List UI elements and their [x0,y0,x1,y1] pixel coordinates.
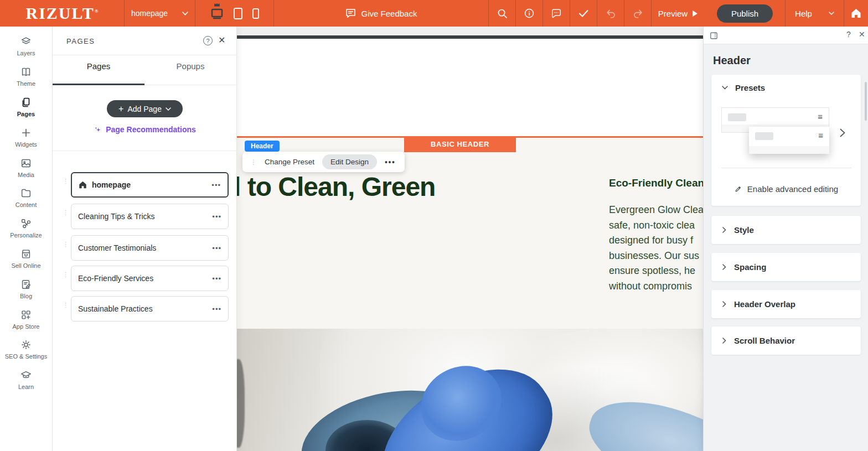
publish-button[interactable]: Publish [717,4,773,23]
header-settings-panel: ? ✕ Header Presets ≡ ≡ Enable advanced e… [703,27,868,451]
sidebar-item-layers[interactable]: Layers [0,31,53,61]
drag-handle[interactable]: ⋮ [63,304,67,306]
hero-heading[interactable]: l to Clean, Green [234,172,435,202]
page-selector-dropdown[interactable]: homepage [124,0,195,27]
media-icon [20,157,32,169]
undo-button[interactable] [597,0,624,27]
preset-logo-placeholder [728,113,746,121]
search-button[interactable] [488,0,515,27]
help-menu[interactable]: Help [785,0,844,27]
give-feedback-label: Give Feedback [361,9,417,18]
sidebar-item-label: SEO & Settings [5,353,47,360]
close-icon[interactable]: ✕ [859,30,865,39]
page-menu-icon[interactable]: ••• [212,212,221,221]
edit-design-button[interactable]: Edit Design [322,154,377,169]
sidebar-item-personalize[interactable]: Personalize [0,213,53,243]
section-header-overlap[interactable]: Header Overlap [711,290,861,318]
help-label: Help [795,9,812,18]
close-icon[interactable]: ✕ [218,35,225,45]
page-menu-icon[interactable]: ••• [212,305,221,313]
search-icon [497,8,508,19]
page-label: homepage [92,180,206,189]
help-icon[interactable]: ? [846,30,851,39]
comment-bubble-icon [551,8,562,19]
sidebar-item-content[interactable]: Content [0,183,53,213]
preset-thumbnail-2[interactable]: ≡ [749,127,829,154]
drag-handle[interactable]: ⋮ [63,211,67,214]
active-tab-underline [53,84,144,85]
page-row[interactable]: Eco-Friendly Services ••• [71,266,229,291]
sidebar-item-learn[interactable]: Learn [0,365,53,395]
theme-icon [20,66,32,78]
page-label: Cleaning Tips & Tricks [78,212,207,221]
preview-button[interactable]: Preview [651,0,705,27]
sidebar-item-pages[interactable]: Pages [0,92,53,122]
change-preset-button[interactable]: Change Preset [265,158,314,166]
page-menu-icon[interactable]: ••• [212,274,221,283]
section-label: Header Overlap [734,299,795,309]
help-icon[interactable]: ? [203,36,213,45]
page-recommendations-link[interactable]: Page Recommendations [53,125,237,134]
add-page-button[interactable]: + Add Page [107,100,183,117]
drag-handle[interactable]: ⋮ [250,161,257,163]
drag-handle[interactable]: ⋮ [63,180,67,182]
top-bar: RIZULT® homepage Give Feedback Preview [0,0,868,27]
graduation-cap-icon [20,369,32,381]
page-row[interactable]: Customer Testimonials ••• [71,235,229,261]
info-button[interactable] [515,0,542,27]
sidebar-item-app-store[interactable]: App Store [0,304,53,334]
toolbar-menu-icon[interactable]: ••• [385,158,395,167]
mobile-device-button[interactable] [252,8,259,19]
sidebar-item-seo-settings[interactable]: SEO & Settings [0,334,53,365]
section-label: Spacing [734,262,766,272]
sidebar-item-media[interactable]: Media [0,152,53,183]
page-menu-icon[interactable]: ••• [211,181,221,189]
device-switcher [195,0,273,27]
check-icon [577,7,590,19]
tablet-device-button[interactable] [234,8,242,19]
tab-pages[interactable]: Pages [53,61,144,71]
redo-button[interactable] [624,0,651,27]
chevron-right-icon [722,301,726,307]
section-style[interactable]: Style [711,216,861,244]
page-menu-icon[interactable]: ••• [212,244,221,252]
preset-logo-placeholder [755,132,773,140]
page-row[interactable]: Sustainable Practices ••• [71,296,229,322]
chevron-down-icon [182,12,188,15]
page-label: Sustainable Practices [78,304,207,313]
sidebar-item-blog[interactable]: Blog [0,273,53,304]
sidebar-item-sell-online[interactable]: Sell Online [0,243,53,274]
collapse-panel-icon[interactable] [709,31,719,40]
presets-section-toggle[interactable]: Presets [722,83,765,92]
enable-advanced-editing-link[interactable]: Enable advanced editing [711,184,861,194]
layers-icon [20,35,32,48]
folder-icon [20,187,32,199]
panel-scrollbar[interactable] [865,82,867,121]
sidebar-item-label: Theme [17,80,35,87]
sidebar-item-widgets[interactable]: Widgets [0,122,53,152]
comments-button[interactable] [542,0,570,27]
sidebar-item-label: Layers [17,50,35,56]
publish-area: Publish [705,0,785,27]
app-logo[interactable]: RIZULT® [0,0,124,27]
presets-label: Presets [735,83,765,92]
next-presets-arrow[interactable] [840,128,845,137]
save-check-button[interactable] [570,0,597,27]
sidebar-item-theme[interactable]: Theme [0,61,53,92]
personalize-icon [20,217,32,230]
app-store-icon [20,309,32,321]
drag-handle[interactable]: ⋮ [63,243,67,245]
tab-popups[interactable]: Popups [144,61,236,71]
divider [53,55,237,55]
info-icon [524,8,535,19]
pages-icon [20,96,32,108]
section-scroll-behavior[interactable]: Scroll Behavior [711,326,861,355]
give-feedback-button[interactable]: Give Feedback [273,0,488,27]
page-row[interactable]: Cleaning Tips & Tricks ••• [71,204,229,229]
dashboard-home-button[interactable] [844,0,868,27]
drag-handle[interactable]: ⋮ [63,273,67,276]
home-icon [79,181,87,189]
desktop-device-button[interactable] [210,7,224,19]
section-spacing[interactable]: Spacing [711,253,861,281]
page-row-homepage[interactable]: homepage ••• [71,172,229,198]
